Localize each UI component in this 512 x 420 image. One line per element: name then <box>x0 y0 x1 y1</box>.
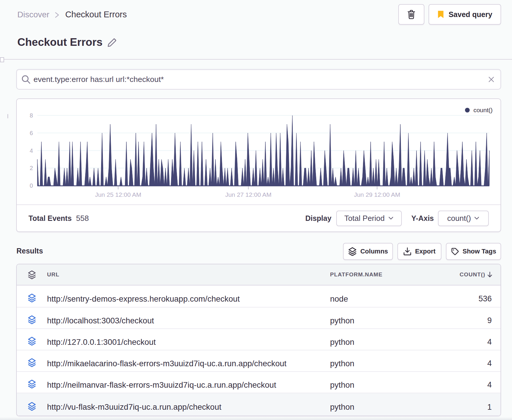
svg-text:Jun 25 12:00 AM: Jun 25 12:00 AM <box>95 191 141 198</box>
svg-text:6: 6 <box>30 130 33 136</box>
svg-text:Jun 27 12:00 AM: Jun 27 12:00 AM <box>225 191 272 198</box>
svg-text:Jun 29 12:00 AM: Jun 29 12:00 AM <box>354 191 400 198</box>
svg-text:4: 4 <box>30 147 33 154</box>
svg-text:8: 8 <box>30 112 33 119</box>
svg-text:0: 0 <box>30 182 33 189</box>
svg-text:2: 2 <box>30 165 33 171</box>
